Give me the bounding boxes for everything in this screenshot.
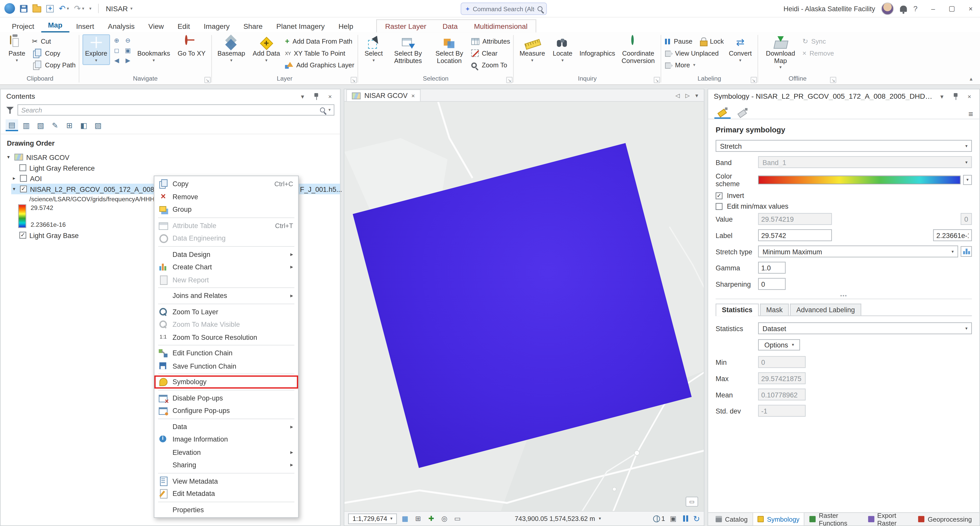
tab-planet-imagery[interactable]: Planet Imagery bbox=[269, 20, 331, 32]
target-icon[interactable]: ◎ bbox=[439, 513, 449, 523]
refresh-view-button[interactable]: ↻ bbox=[693, 514, 700, 523]
pin-icon[interactable] bbox=[312, 92, 321, 100]
save-project-button[interactable] bbox=[20, 5, 27, 12]
menu-item-image-information[interactable]: Image Information bbox=[154, 433, 298, 446]
add-point-icon[interactable]: ✚ bbox=[426, 513, 436, 523]
selection-grid-icon[interactable]: ▦ bbox=[400, 513, 410, 523]
locate-button[interactable]: Locate ▾ bbox=[550, 35, 575, 65]
options-button[interactable]: Options ▾ bbox=[758, 339, 800, 351]
add-data-button[interactable]: Add Data ▾ bbox=[250, 35, 283, 65]
snapping-grid-icon[interactable]: ⊞ bbox=[413, 513, 423, 523]
tab-help[interactable]: Help bbox=[331, 20, 360, 32]
tab-data[interactable]: Data bbox=[434, 20, 466, 32]
menu-item-symbology[interactable]: Symbology bbox=[154, 375, 298, 388]
visibility-checkbox[interactable] bbox=[20, 175, 27, 182]
next-extent-icon[interactable]: ▶ bbox=[124, 56, 132, 64]
paste-button[interactable]: Paste ▾ bbox=[4, 35, 29, 65]
convert-labels-button[interactable]: ⇄ Convert ▾ bbox=[726, 35, 754, 65]
close-button[interactable]: × bbox=[961, 0, 980, 17]
color-scheme-ramp[interactable] bbox=[758, 175, 961, 184]
menu-item-properties[interactable]: Properties bbox=[154, 503, 298, 516]
measure-button[interactable]: Measure ▾ bbox=[517, 35, 548, 65]
menu-item-configure-popups[interactable]: Configure Pop-ups bbox=[154, 404, 298, 417]
filter-icon[interactable] bbox=[6, 106, 14, 113]
zoom-to-selection-button[interactable]: Zoom To bbox=[471, 61, 510, 69]
go-to-xy-button[interactable]: Go To XY bbox=[175, 35, 208, 59]
layer-node-light-gray-reference[interactable]: Light Gray Reference bbox=[0, 162, 340, 173]
tab-map[interactable]: Map bbox=[41, 19, 69, 32]
menu-item-remove[interactable]: Remove bbox=[154, 190, 298, 203]
tab-analysis[interactable]: Analysis bbox=[101, 20, 142, 32]
menu-item-zoom-to-layer[interactable]: Zoom To Layer bbox=[154, 305, 298, 318]
menu-item-edit-function-chain[interactable]: Edit Function Chain bbox=[154, 346, 298, 359]
select-by-location-button[interactable]: Select By Location bbox=[430, 35, 469, 66]
menu-item-edit-metadata[interactable]: Edit Metadata bbox=[154, 487, 298, 500]
maximize-button[interactable]: ▢ bbox=[942, 0, 961, 17]
map-canvas[interactable]: ▭ bbox=[344, 102, 703, 511]
xy-table-to-point-button[interactable]: XYXY Table To Point bbox=[285, 49, 354, 57]
cut-button[interactable]: ✂Cut bbox=[32, 37, 76, 45]
copy-button[interactable]: Copy bbox=[32, 49, 76, 57]
fixed-zoom-out-icon[interactable]: ⊖ bbox=[124, 36, 132, 44]
layer-node-map[interactable]: ▾ NISAR GCOV bbox=[0, 152, 340, 162]
clear-selection-button[interactable]: Clear bbox=[471, 49, 510, 57]
primary-symbology-tab[interactable] bbox=[714, 105, 731, 119]
map-overlay-button[interactable]: ▭ bbox=[686, 497, 698, 507]
pane-options-icon[interactable]: ▾ bbox=[937, 93, 946, 100]
dock-tab-geoprocessing[interactable]: Geoprocessing bbox=[914, 513, 976, 526]
symbology-method-select[interactable]: Stretch ▾ bbox=[716, 140, 972, 152]
customize-toolbar-button[interactable]: ▾ bbox=[89, 6, 92, 11]
layer-count-indicator[interactable]: 1 bbox=[653, 515, 665, 522]
infographics-button[interactable]: Infographics bbox=[578, 35, 616, 59]
expander-icon[interactable]: ▸ bbox=[11, 175, 17, 181]
bookmarks-button[interactable]: Bookmarks ▾ bbox=[135, 35, 172, 65]
visibility-checkbox[interactable]: ✓ bbox=[20, 186, 27, 192]
histogram-icon[interactable] bbox=[961, 246, 972, 257]
close-pane-icon[interactable]: × bbox=[326, 93, 334, 100]
tab-mask[interactable]: Mask bbox=[760, 304, 789, 316]
inquiry-pane-launcher[interactable]: ↘ bbox=[654, 77, 660, 83]
expander-icon[interactable]: ▾ bbox=[6, 154, 11, 160]
zoom-to-selection-icon[interactable]: ▣ bbox=[124, 46, 132, 54]
notifications-icon[interactable] bbox=[900, 6, 907, 12]
label-min-field[interactable] bbox=[933, 229, 972, 241]
visibility-checkbox[interactable]: ✓ bbox=[19, 232, 26, 239]
basemap-button[interactable]: Basemap ▾ bbox=[215, 35, 248, 65]
layer-pane-launcher[interactable]: ↘ bbox=[351, 77, 357, 83]
spatial-reference-icon[interactable]: ▣ bbox=[668, 513, 678, 523]
add-graphics-layer-button[interactable]: Add Graphics Layer bbox=[285, 61, 354, 69]
visibility-checkbox[interactable] bbox=[19, 164, 26, 171]
pause-labeling-button[interactable]: Pause bbox=[664, 37, 692, 45]
fixed-zoom-in-icon[interactable]: ⊕ bbox=[112, 36, 121, 44]
dock-tab-catalog[interactable]: Catalog bbox=[711, 513, 752, 526]
more-labeling-button[interactable]: More▾ bbox=[664, 61, 724, 69]
menu-item-create-chart[interactable]: Create Chart▸ bbox=[154, 261, 298, 273]
edit-minmax-checkbox[interactable] bbox=[716, 203, 722, 210]
copy-path-button[interactable]: Copy Path bbox=[32, 61, 76, 69]
dock-tab-raster-functions[interactable]: Raster Functions bbox=[805, 513, 863, 526]
expander-icon[interactable]: ▾ bbox=[11, 186, 17, 192]
collapse-ribbon-icon[interactable]: ▴ bbox=[963, 73, 979, 84]
command-search[interactable]: ✦ bbox=[461, 3, 547, 15]
redo-button[interactable]: ↷▾ bbox=[74, 4, 84, 13]
menu-item-joins-and-relates[interactable]: Joins and Relates▸ bbox=[154, 289, 298, 302]
full-extent-icon[interactable]: ◻ bbox=[112, 46, 121, 54]
map-scale-select[interactable]: 1:1,729,674 ▾ bbox=[348, 513, 397, 524]
pause-drawing-button[interactable] bbox=[681, 515, 690, 522]
contents-search-input[interactable] bbox=[21, 106, 317, 113]
symbology-menu-icon[interactable]: ≡ bbox=[968, 110, 973, 119]
view-unplaced-button[interactable]: View Unplaced bbox=[664, 49, 724, 57]
dock-tab-export-raster[interactable]: Export Raster bbox=[863, 513, 913, 526]
tab-multidimensional[interactable]: Multidimensional bbox=[466, 20, 535, 32]
list-by-drawing-order-icon[interactable]: ▤ bbox=[6, 119, 18, 131]
add-item-button[interactable] bbox=[46, 5, 54, 12]
menu-item-copy[interactable]: CopyCtrl+C bbox=[154, 178, 298, 190]
list-by-data-source-icon[interactable]: ▥ bbox=[20, 119, 32, 131]
stretch-type-select[interactable]: Minimum Maximum ▾ bbox=[758, 245, 958, 257]
tab-raster-layer[interactable]: Raster Layer bbox=[377, 20, 434, 32]
next-view-icon[interactable]: ▷ bbox=[685, 92, 690, 99]
list-by-charts-icon[interactable]: ▨ bbox=[92, 119, 104, 131]
previous-view-icon[interactable]: ◁ bbox=[675, 92, 679, 99]
tab-imagery[interactable]: Imagery bbox=[197, 20, 237, 32]
labeling-pane-launcher[interactable]: ↘ bbox=[751, 77, 757, 83]
